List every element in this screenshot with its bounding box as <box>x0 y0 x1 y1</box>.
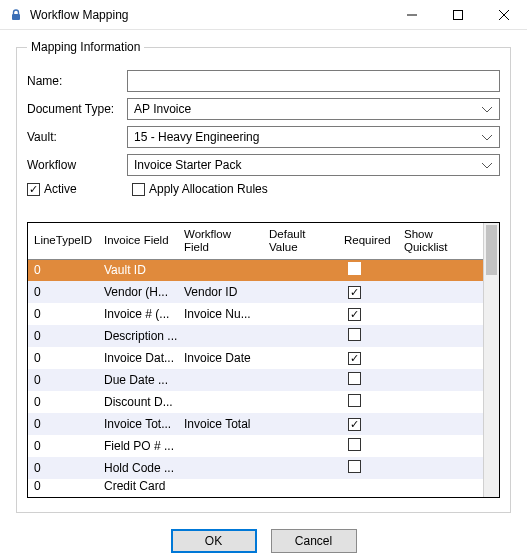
cell-show-quicklist[interactable] <box>398 281 483 303</box>
required-checkbox[interactable] <box>348 308 361 321</box>
cell[interactable]: Credit Card <box>98 479 178 493</box>
cell[interactable]: 0 <box>28 413 98 435</box>
cell[interactable]: Description ... <box>98 325 178 347</box>
grid-scrollbar[interactable] <box>483 223 499 497</box>
cell-show-quicklist[interactable] <box>398 259 483 281</box>
cell[interactable] <box>263 281 338 303</box>
cell[interactable] <box>178 259 263 281</box>
required-checkbox[interactable] <box>348 286 361 299</box>
cell-required[interactable] <box>338 457 398 479</box>
apply-allocation-checkbox[interactable] <box>132 183 145 196</box>
cell[interactable]: Invoice Date <box>178 347 263 369</box>
cell[interactable]: Invoice Total <box>178 413 263 435</box>
cell-required[interactable] <box>338 325 398 347</box>
table-row[interactable]: 0Due Date ... <box>28 369 483 391</box>
cell[interactable] <box>263 457 338 479</box>
cell[interactable] <box>263 259 338 281</box>
close-button[interactable] <box>481 0 527 30</box>
cell[interactable]: 0 <box>28 281 98 303</box>
col-header-invoice-field[interactable]: Invoice Field <box>98 223 178 259</box>
cell[interactable]: 0 <box>28 347 98 369</box>
cell[interactable] <box>263 391 338 413</box>
cell[interactable] <box>178 479 263 493</box>
col-header-linetype[interactable]: LineTypeID <box>28 223 98 259</box>
cell[interactable]: Due Date ... <box>98 369 178 391</box>
cell-required[interactable] <box>338 391 398 413</box>
table-row[interactable]: 0Vendor (H...Vendor ID <box>28 281 483 303</box>
cell[interactable]: Invoice Nu... <box>178 303 263 325</box>
cell-required[interactable] <box>338 413 398 435</box>
cell[interactable]: 0 <box>28 369 98 391</box>
cell-required[interactable] <box>338 369 398 391</box>
cell-show-quicklist[interactable] <box>398 347 483 369</box>
cell-show-quicklist[interactable] <box>398 303 483 325</box>
cell[interactable]: Vendor (H... <box>98 281 178 303</box>
table-row[interactable]: 0Hold Code ... <box>28 457 483 479</box>
cell-show-quicklist[interactable] <box>398 457 483 479</box>
cell-show-quicklist[interactable] <box>398 479 483 493</box>
cell[interactable]: 0 <box>28 479 98 493</box>
cell[interactable]: 0 <box>28 303 98 325</box>
cell[interactable]: 0 <box>28 259 98 281</box>
cell[interactable] <box>263 369 338 391</box>
cell-required[interactable] <box>338 259 398 281</box>
cell[interactable]: 0 <box>28 435 98 457</box>
table-row[interactable]: 0Credit Card <box>28 479 483 493</box>
cell[interactable]: 0 <box>28 391 98 413</box>
required-checkbox[interactable] <box>348 418 361 431</box>
cell-required[interactable] <box>338 281 398 303</box>
required-checkbox[interactable] <box>348 438 361 451</box>
workflow-combo[interactable]: Invoice Starter Pack <box>127 154 500 176</box>
active-checkbox[interactable] <box>27 183 40 196</box>
cell-show-quicklist[interactable] <box>398 325 483 347</box>
table-row[interactable]: 0Invoice Dat...Invoice Date <box>28 347 483 369</box>
cell[interactable]: 0 <box>28 325 98 347</box>
cell-required[interactable] <box>338 435 398 457</box>
mapping-grid[interactable]: LineTypeID Invoice Field Workflow Field … <box>27 222 500 498</box>
cell[interactable]: Invoice Tot... <box>98 413 178 435</box>
required-checkbox[interactable] <box>348 372 361 385</box>
cell[interactable] <box>263 479 338 493</box>
required-checkbox[interactable] <box>348 328 361 341</box>
table-row[interactable]: 0Invoice Tot...Invoice Total <box>28 413 483 435</box>
vault-combo[interactable]: 15 - Heavy Engineering <box>127 126 500 148</box>
cell[interactable] <box>178 369 263 391</box>
document-type-combo[interactable]: AP Invoice <box>127 98 500 120</box>
cell[interactable]: Invoice # (... <box>98 303 178 325</box>
cancel-button[interactable]: Cancel <box>271 529 357 553</box>
cell-show-quicklist[interactable] <box>398 413 483 435</box>
col-header-default-value[interactable]: Default Value <box>263 223 338 259</box>
required-checkbox[interactable] <box>348 262 361 275</box>
cell[interactable]: Vault ID <box>98 259 178 281</box>
cell[interactable]: Vendor ID <box>178 281 263 303</box>
cell[interactable]: 0 <box>28 457 98 479</box>
table-row[interactable]: 0Vault ID <box>28 259 483 281</box>
cell-show-quicklist[interactable] <box>398 391 483 413</box>
cell[interactable] <box>178 325 263 347</box>
required-checkbox[interactable] <box>348 352 361 365</box>
col-header-workflow-field[interactable]: Workflow Field <box>178 223 263 259</box>
name-input[interactable] <box>127 70 500 92</box>
cell-show-quicklist[interactable] <box>398 369 483 391</box>
table-row[interactable]: 0Description ... <box>28 325 483 347</box>
col-header-show-quicklist[interactable]: Show Quicklist <box>398 223 483 259</box>
cell[interactable]: Invoice Dat... <box>98 347 178 369</box>
table-row[interactable]: 0Discount D... <box>28 391 483 413</box>
ok-button[interactable]: OK <box>171 529 257 553</box>
required-checkbox[interactable] <box>348 460 361 473</box>
cell[interactable] <box>263 435 338 457</box>
cell[interactable]: Discount D... <box>98 391 178 413</box>
table-row[interactable]: 0Field PO # ... <box>28 435 483 457</box>
required-checkbox[interactable] <box>348 394 361 407</box>
cell-required[interactable] <box>338 347 398 369</box>
minimize-button[interactable] <box>389 0 435 30</box>
cell[interactable]: Hold Code ... <box>98 457 178 479</box>
cell[interactable] <box>178 435 263 457</box>
cell[interactable] <box>263 413 338 435</box>
col-header-required[interactable]: Required <box>338 223 398 259</box>
cell-required[interactable] <box>338 303 398 325</box>
cell[interactable] <box>178 391 263 413</box>
cell-required[interactable] <box>338 479 398 493</box>
cell-show-quicklist[interactable] <box>398 435 483 457</box>
scrollbar-thumb[interactable] <box>486 225 497 275</box>
